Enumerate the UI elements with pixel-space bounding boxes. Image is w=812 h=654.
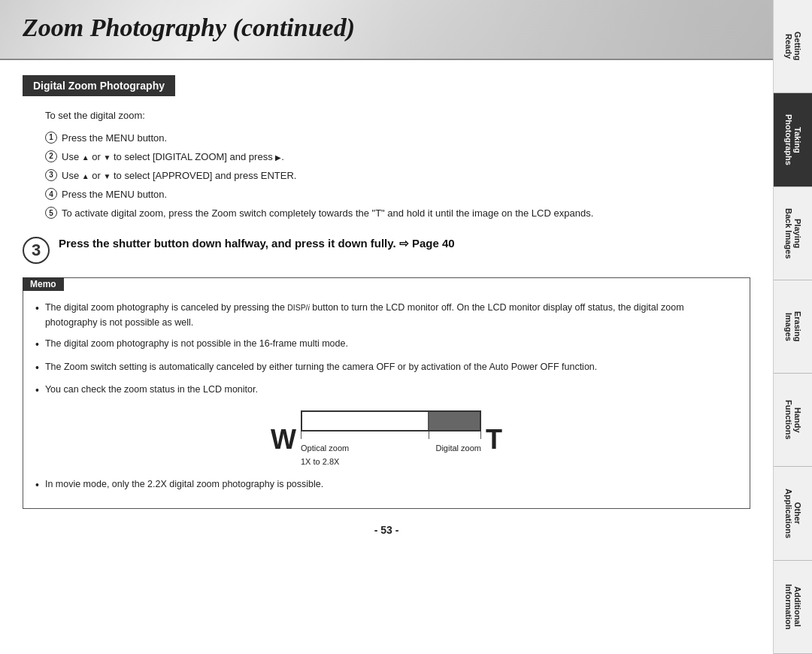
memo-bullet-last: In movie mode, only the 2.2X digital zoo…	[35, 477, 738, 493]
memo-box: Memo The digital zoom photography is can…	[23, 277, 750, 509]
memo-bullet-2: The digital zoom photography is not poss…	[35, 336, 738, 353]
memo-list-last: In movie mode, only the 2.2X digital zoo…	[35, 477, 738, 493]
tick-left	[301, 431, 301, 439]
memo-bullet-3: The Zoom switch setting is automatically…	[35, 359, 738, 376]
memo-bullet-4: You can check the zoom status in the LCD…	[35, 382, 738, 398]
step-3: 3 Use or to select [APPROVED] and press …	[45, 168, 750, 184]
zoom-ticks	[301, 431, 481, 439]
step-2: 2 Use or to select [DIGITAL ZOOM] and pr…	[45, 149, 750, 165]
sidebar-tab-playing-back[interactable]: PlayingBack Images	[774, 187, 812, 280]
zoom-bar-labels-sub: 1X to 2.8X	[301, 456, 481, 469]
tick-mid	[429, 431, 429, 439]
tick-right	[480, 431, 481, 439]
sidebar-tab-taking-photos[interactable]: TakingPhotographs	[774, 93, 812, 186]
zoom-bar-labels: Optical zoom Digital zoom	[301, 442, 481, 456]
zoom-w-label: W	[271, 426, 296, 453]
arrow-down-icon	[103, 151, 111, 162]
memo-content: The digital zoom photography is canceled…	[23, 291, 750, 508]
step3-section: 3 Press the shutter button down halfway,…	[23, 235, 750, 264]
memo-bullet-1: The digital zoom photography is canceled…	[35, 300, 738, 330]
step-num-2: 2	[45, 150, 57, 162]
intro-text: To set the digital zoom:	[45, 108, 750, 124]
arrow-down-icon-2	[103, 170, 111, 181]
section-heading: Digital Zoom Photography	[23, 75, 175, 96]
step-num-1: 1	[45, 132, 57, 144]
zoom-bar-digital	[429, 412, 480, 430]
zoom-bar-wrapper: Optical zoom Digital zoom 1X to 2.8X	[301, 410, 481, 468]
zoom-bar-optical	[302, 412, 429, 430]
arrow-up-icon-2	[82, 170, 89, 181]
right-sidebar: GettingReady TakingPhotographs PlayingBa…	[773, 0, 812, 654]
step-5: 5 To activate digital zoom, press the Zo…	[45, 205, 750, 222]
sidebar-tab-getting-ready[interactable]: GettingReady	[774, 0, 812, 93]
step3-circle: 3	[23, 237, 50, 264]
main-content: Zoom Photography (continued) Digital Zoo…	[0, 0, 773, 654]
content-area: Digital Zoom Photography To set the digi…	[0, 60, 773, 654]
step-num-5: 5	[45, 207, 57, 219]
arrow-right-icon	[275, 151, 281, 162]
page-header: Zoom Photography (continued)	[0, 0, 773, 60]
zoom-bar-container: W	[271, 410, 502, 468]
memo-header: Memo	[23, 277, 64, 291]
sidebar-tab-handy[interactable]: HandyFunctions	[774, 374, 812, 467]
step-1: 1 Press the MENU button.	[45, 130, 750, 147]
zoom-bar-outer	[301, 410, 481, 431]
sidebar-tab-additional[interactable]: AdditionalInformation	[774, 561, 812, 654]
arrow-up-icon	[82, 151, 89, 162]
step-num-3: 3	[45, 169, 57, 181]
memo-list: The digital zoom photography is canceled…	[35, 300, 738, 398]
zoom-diagram: W	[35, 410, 738, 468]
step-num-4: 4	[45, 188, 57, 200]
sidebar-tab-other[interactable]: OtherApplications	[774, 467, 812, 560]
page-title: Zoom Photography (continued)	[23, 14, 750, 42]
step3-text: Press the shutter button down halfway, a…	[59, 235, 455, 251]
zoom-t-label: T	[486, 426, 502, 453]
page-number: - 53 -	[23, 516, 750, 540]
step-4: 4 Press the MENU button.	[45, 186, 750, 203]
sidebar-tab-erasing[interactable]: ErasingImages	[774, 280, 812, 374]
instructions-list: 1 Press the MENU button. 2 Use or to sel…	[45, 130, 750, 222]
